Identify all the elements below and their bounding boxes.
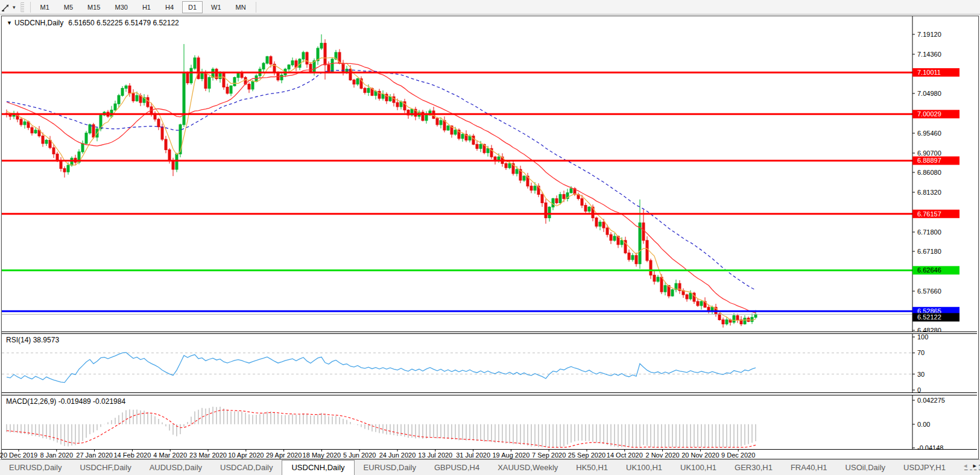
time-axis-label: 7 Sep 2020	[532, 451, 566, 459]
svg-text:6.48280: 6.48280	[917, 327, 941, 332]
svg-text:7.04980: 7.04980	[917, 90, 941, 97]
toolbar-drag-handle[interactable]	[21, 2, 24, 12]
svg-text:6.57660: 6.57660	[917, 288, 941, 295]
collapse-indicator-icon[interactable]: ▼	[7, 20, 12, 26]
rsi-chart-canvas[interactable]: 10070300	[2, 334, 977, 392]
time-axis-label: 27 Jan 2020	[76, 451, 113, 459]
chart-symbol-label: USDCNH,Daily	[14, 19, 63, 27]
svg-text:7.14360: 7.14360	[917, 51, 941, 58]
timeframe-button-h4[interactable]: H4	[159, 1, 180, 13]
chart-window: ▼USDCNH,Daily6.51650 6.52225 6.51479 6.5…	[1, 16, 979, 459]
time-axis-label: 5 Jun 2020	[343, 451, 376, 459]
timeframe-button-h1[interactable]: H1	[136, 1, 157, 13]
svg-text:6.52122: 6.52122	[917, 313, 941, 321]
time-axis-label: 29 Apr 2020	[266, 451, 302, 459]
svg-text:0: 0	[917, 386, 921, 392]
timeframe-button-m30[interactable]: M30	[109, 1, 134, 13]
chart-title: ▼USDCNH,Daily6.51650 6.52225 6.51479 6.5…	[7, 19, 179, 27]
svg-text:7.10011: 7.10011	[917, 69, 941, 76]
chart-tab-usdjpy-h1[interactable]: USDJPY,H1	[894, 460, 955, 475]
svg-text:0.042275: 0.042275	[917, 397, 945, 404]
tabbar-scroll-arrows: ◂ ▸	[961, 462, 979, 470]
price-chart-canvas[interactable]: 7.191207.143607.049806.954606.907006.860…	[2, 16, 977, 332]
scroll-right-icon[interactable]: ▸	[973, 462, 976, 470]
svg-text:30: 30	[917, 371, 925, 378]
svg-text:6.86080: 6.86080	[917, 169, 941, 176]
chart-tab-hk50-h1[interactable]: HK50,H1	[567, 460, 617, 475]
time-axis-label: 4 Mar 2020	[153, 451, 187, 459]
time-axis-label: 14 Oct 2020	[607, 451, 643, 459]
chart-tab-xauusd-weekly[interactable]: XAUUSD,Weekly	[488, 460, 567, 475]
chart-tab-uk100-h1[interactable]: UK100,H1	[671, 460, 726, 475]
svg-text:6.76157: 6.76157	[917, 210, 941, 218]
chart-tab-audusd-daily[interactable]: AUDUSD,Daily	[141, 460, 211, 475]
rsi-panel[interactable]: RSI(14) 38.9573 10070300	[2, 333, 977, 393]
timeframe-toolbar: ▾ M1M5M15M30H1H4D1W1MN	[0, 0, 980, 14]
timeframe-button-m1[interactable]: M1	[34, 1, 55, 13]
time-axis-label: 23 Mar 2020	[189, 451, 227, 459]
cursor-tool-icon	[1, 2, 11, 12]
svg-text:6.81320: 6.81320	[917, 189, 941, 196]
timeframe-button-m15[interactable]: M15	[81, 1, 106, 13]
drawing-tool-button[interactable]: ▾	[0, 0, 18, 14]
time-axis-label: 19 Aug 2020	[492, 451, 530, 459]
svg-text:70: 70	[917, 349, 925, 356]
svg-text:6.62646: 6.62646	[917, 266, 941, 274]
svg-text:6.95460: 6.95460	[917, 130, 941, 137]
svg-text:6.67180: 6.67180	[917, 248, 941, 255]
svg-text:6.90700: 6.90700	[917, 149, 941, 157]
timeframe-button-w1[interactable]: W1	[205, 1, 227, 13]
chart-tab-ger30-h1[interactable]: GER30,H1	[726, 460, 782, 475]
time-axis-label: 10 Apr 2020	[228, 451, 264, 459]
macd-indicator-label: MACD(12,26,9) -0.019489 -0.021984	[6, 397, 125, 406]
scroll-left-icon[interactable]: ◂	[964, 462, 967, 470]
time-axis-label: 14 Feb 2020	[114, 451, 151, 459]
chart-tab-usdcnh-daily[interactable]: USDCNH,Daily	[282, 460, 354, 475]
time-axis-label: 8 Jan 2020	[40, 451, 73, 459]
timeframe-button-d1[interactable]: D1	[182, 1, 203, 13]
svg-text:100: 100	[917, 334, 928, 341]
macd-chart-canvas[interactable]: 0.0422750.00-0.04148	[2, 395, 977, 449]
macd-panel[interactable]: MACD(12,26,9) -0.019489 -0.021984 0.0422…	[2, 395, 977, 450]
time-axis-label: 18 May 2020	[303, 451, 341, 459]
chart-tab-gbpusd-h4[interactable]: GBPUSD,H4	[425, 460, 488, 475]
time-axis-label: 25 Sep 2020	[568, 451, 605, 459]
time-axis-label: 31 Jul 2020	[456, 451, 490, 459]
time-axis: 20 Dec 20198 Jan 202027 Jan 202014 Feb 2…	[2, 450, 977, 459]
toolbar-separator	[256, 2, 256, 13]
time-axis-label: 20 Dec 2019	[0, 451, 37, 459]
rsi-indicator-label: RSI(14) 38.9573	[6, 336, 59, 344]
time-axis-label: 20 Nov 2020	[681, 451, 719, 459]
chart-tab-usdcad-daily[interactable]: USDCAD,Daily	[211, 460, 282, 475]
chart-tab-usdchf-daily[interactable]: USDCHF,Daily	[71, 460, 140, 475]
chart-tab-eurusd-daily[interactable]: EURUSD,Daily	[0, 460, 71, 475]
chart-tab-fra40-h1[interactable]: FRA40,H1	[782, 460, 836, 475]
time-axis-label: 9 Dec 2020	[721, 451, 755, 459]
toolbar-separator	[30, 2, 31, 13]
svg-text:6.71800: 6.71800	[917, 228, 941, 236]
chart-tab-uk100-h1[interactable]: UK100,H1	[617, 460, 671, 475]
svg-text:0.00: 0.00	[917, 421, 930, 428]
chart-tab-usoil-daily[interactable]: USOil,Daily	[836, 460, 894, 475]
svg-text:6.88897: 6.88897	[917, 157, 941, 164]
chart-tabbar: EURUSD,DailyUSDCHF,DailyAUDUSD,DailyUSDC…	[0, 459, 980, 475]
timeframe-button-mn[interactable]: MN	[230, 1, 252, 13]
svg-text:7.19120: 7.19120	[917, 31, 941, 38]
ohlc-readout: 6.51650 6.52225 6.51479 6.52122	[68, 19, 179, 27]
price-panel[interactable]: ▼USDCNH,Daily6.51650 6.52225 6.51479 6.5…	[2, 16, 977, 332]
svg-text:-0.04148: -0.04148	[917, 444, 943, 449]
chevron-down-icon[interactable]: ▾	[13, 4, 16, 10]
chart-tab-eurusd-daily[interactable]: EURUSD,Daily	[355, 460, 425, 475]
svg-text:7.00029: 7.00029	[917, 110, 941, 118]
timeframe-button-m5[interactable]: M5	[58, 1, 79, 13]
time-axis-label: 13 Jul 2020	[418, 451, 452, 459]
time-axis-label: 2 Nov 2020	[645, 451, 679, 459]
time-axis-label: 24 Jun 2020	[379, 451, 416, 459]
